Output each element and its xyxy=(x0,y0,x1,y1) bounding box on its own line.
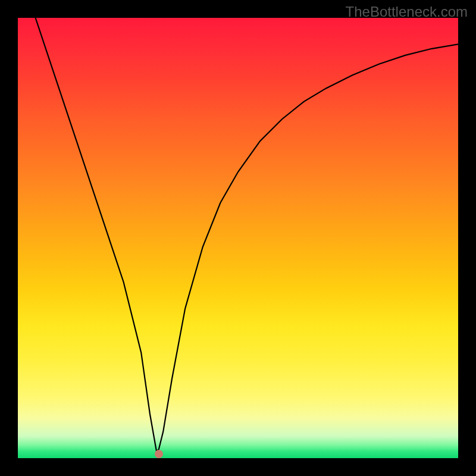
chart-curve xyxy=(18,18,458,458)
watermark-text: TheBottleneck.com xyxy=(346,4,468,20)
chart-marker-dot xyxy=(155,450,163,458)
chart-plot-area xyxy=(18,18,458,458)
